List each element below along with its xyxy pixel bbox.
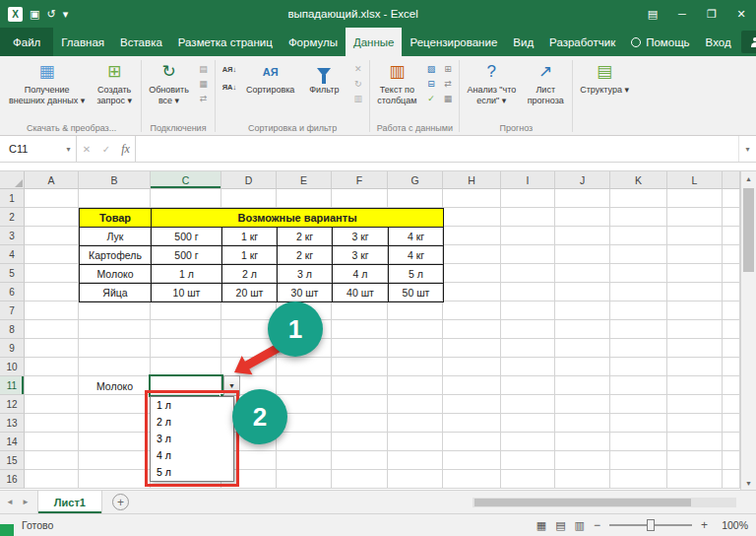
dropdown-option-3[interactable]: 3 л: [151, 431, 233, 447]
cell-K12[interactable]: [610, 395, 667, 414]
cell-K9[interactable]: [610, 339, 667, 358]
cell-H4[interactable]: [443, 245, 501, 264]
cell-F14[interactable]: [332, 433, 388, 451]
cell-L12[interactable]: [667, 395, 723, 414]
tab-главная[interactable]: Главная: [53, 28, 112, 56]
cell-G9[interactable]: [388, 339, 443, 358]
tell-me-button[interactable]: Помощь: [623, 36, 697, 48]
formula-input[interactable]: [136, 136, 738, 162]
cell-L8[interactable]: [667, 320, 723, 339]
cell-I9[interactable]: [501, 339, 555, 358]
cell-H2[interactable]: [443, 208, 501, 227]
cell-A3[interactable]: [25, 227, 79, 245]
horizontal-scrollbar[interactable]: [472, 498, 736, 507]
cell-K14[interactable]: [610, 433, 667, 451]
cell-A16[interactable]: [25, 470, 79, 489]
cell-K6[interactable]: [610, 283, 667, 302]
cell-L9[interactable]: [667, 339, 723, 358]
row-header-9[interactable]: 9: [0, 339, 25, 358]
cell-J16[interactable]: [555, 470, 610, 489]
horizontal-scrollbar-thumb[interactable]: [474, 499, 691, 506]
share-button[interactable]: Общий доступ: [741, 31, 756, 53]
cell-H16[interactable]: [443, 470, 501, 489]
variant-cell[interactable]: 20 шт: [222, 284, 278, 302]
tab-разметка-страниц[interactable]: Разметка страниц: [170, 28, 281, 56]
tab-вид[interactable]: Вид: [505, 28, 541, 56]
tab-вставка[interactable]: Вставка: [112, 28, 170, 56]
variant-cell[interactable]: 1 кг: [222, 228, 278, 246]
variant-cell[interactable]: 500 г: [152, 246, 222, 265]
cell-F1[interactable]: [332, 189, 388, 208]
cell-F16[interactable]: [332, 470, 388, 489]
variant-cell[interactable]: 4 кг: [389, 228, 444, 246]
cell-B8[interactable]: [79, 320, 151, 339]
cell-L7[interactable]: [667, 302, 723, 320]
cell-H15[interactable]: [443, 451, 501, 470]
column-header-A[interactable]: A: [25, 171, 79, 189]
cell-K10[interactable]: [610, 358, 667, 376]
cell-L13[interactable]: [667, 414, 723, 433]
cell-I13[interactable]: [501, 414, 555, 433]
cell-J10[interactable]: [555, 358, 610, 376]
cell-B13[interactable]: [79, 414, 151, 433]
variant-cell[interactable]: 2 кг: [278, 246, 333, 265]
tab-формулы[interactable]: Формулы: [281, 28, 346, 56]
cell-B12[interactable]: [79, 395, 151, 414]
cell-K11[interactable]: [610, 376, 667, 395]
cell-H5[interactable]: [443, 264, 501, 283]
minimize-button[interactable]: ─: [667, 0, 697, 28]
cell-H1[interactable]: [443, 189, 501, 208]
cell-H11[interactable]: [443, 376, 501, 395]
cell-L11[interactable]: [667, 376, 723, 395]
cell-J11[interactable]: [555, 376, 610, 395]
cell-I2[interactable]: [501, 208, 555, 227]
row-header-14[interactable]: 14: [0, 433, 25, 451]
insert-function-icon[interactable]: fx: [116, 136, 136, 162]
variant-cell[interactable]: 2 кг: [278, 228, 333, 246]
cell-C1[interactable]: [151, 189, 221, 208]
cell-I3[interactable]: [501, 227, 555, 245]
variant-cell[interactable]: 50 шт: [389, 284, 444, 302]
cell-J2[interactable]: [555, 208, 610, 227]
cell-K1[interactable]: [610, 189, 667, 208]
new-query-button[interactable]: ⊞Создать запрос ▾: [90, 57, 139, 105]
zoom-slider-thumb[interactable]: [647, 519, 655, 531]
cell-I8[interactable]: [501, 320, 555, 339]
variant-cell[interactable]: 4 л: [333, 265, 389, 284]
cell-K13[interactable]: [610, 414, 667, 433]
cell-J3[interactable]: [555, 227, 610, 245]
properties-icon[interactable]: ▦: [195, 76, 212, 91]
column-header-K[interactable]: K: [610, 171, 667, 189]
cell-F12[interactable]: [332, 395, 388, 414]
cell-C7[interactable]: [151, 302, 221, 320]
dropdown-option-5[interactable]: 5 л: [151, 464, 233, 481]
cell-A15[interactable]: [25, 451, 79, 470]
cell-B14[interactable]: [79, 433, 151, 451]
row-header-5[interactable]: 5: [0, 264, 25, 283]
cell-K3[interactable]: [610, 227, 667, 245]
connections-icon[interactable]: ▤: [195, 61, 212, 76]
cell-H9[interactable]: [443, 339, 501, 358]
product-name-cell[interactable]: Яйца: [80, 284, 152, 302]
sheet-tab-list1[interactable]: Лист1: [37, 491, 102, 513]
cell-L14[interactable]: [667, 433, 723, 451]
add-sheet-button[interactable]: +: [112, 494, 129, 510]
column-header-I[interactable]: I: [501, 171, 555, 189]
dropdown-option-2[interactable]: 2 л: [151, 414, 233, 431]
cell-A2[interactable]: [25, 208, 79, 227]
variant-cell[interactable]: 2 л: [222, 265, 278, 284]
cell-I11[interactable]: [501, 376, 555, 395]
column-header-L[interactable]: L: [667, 171, 723, 189]
cell-A4[interactable]: [25, 245, 79, 264]
cell-B10[interactable]: [79, 358, 151, 376]
variant-cell[interactable]: 1 л: [152, 265, 222, 284]
cell-J12[interactable]: [555, 395, 610, 414]
column-header-B[interactable]: B: [79, 171, 151, 189]
cell-F15[interactable]: [332, 451, 388, 470]
advanced-filter-icon[interactable]: ▥: [349, 91, 366, 105]
cell-L5[interactable]: [667, 264, 723, 283]
maximize-button[interactable]: ❐: [697, 0, 726, 28]
cell-E14[interactable]: [277, 433, 332, 451]
dropdown-option-1[interactable]: 1 л: [151, 397, 233, 414]
cell-L10[interactable]: [667, 358, 723, 376]
